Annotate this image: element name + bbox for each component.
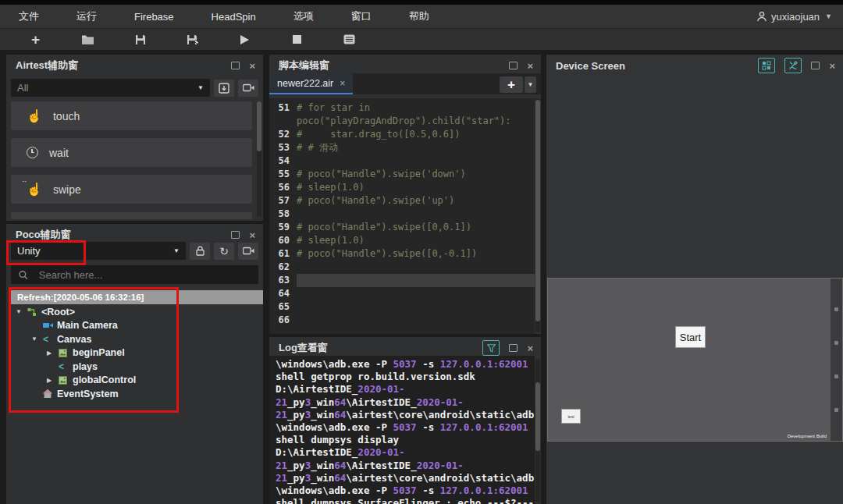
save-script-button[interactable] xyxy=(114,30,166,49)
close-panel-icon[interactable]: × xyxy=(829,61,835,71)
run-script-button[interactable] xyxy=(219,30,271,49)
game-small-button[interactable]: test xyxy=(561,409,581,424)
user-account[interactable]: yuxiaojuan ▼ xyxy=(756,11,843,23)
touch-action-button[interactable]: ☝touch xyxy=(11,101,252,130)
emulator-sidebar-icon[interactable] xyxy=(834,408,838,412)
list-icon xyxy=(343,34,355,44)
code-line-54[interactable]: 54 xyxy=(269,154,535,168)
action-button-partial[interactable] xyxy=(11,212,252,219)
float-panel-icon[interactable] xyxy=(509,62,518,69)
code-line-66[interactable]: 66 xyxy=(269,314,535,327)
tree-item-beginpanel[interactable]: ▶beginPanel xyxy=(11,346,258,360)
emulator-sidebar-icon[interactable] xyxy=(834,341,838,345)
float-panel-icon[interactable] xyxy=(231,231,240,239)
wait-action-button[interactable]: wait xyxy=(11,138,252,167)
game-start-button[interactable]: Start xyxy=(675,326,706,348)
float-panel-icon[interactable] xyxy=(231,62,240,69)
swipe-action-button[interactable]: ☝↔swipe xyxy=(11,175,252,204)
expander-right-icon[interactable]: ▶ xyxy=(47,350,59,357)
menu-item-headspin[interactable]: HeadSpin xyxy=(193,11,275,23)
poco-lock-button[interactable] xyxy=(190,243,210,260)
menu-item-item[interactable]: 运行 xyxy=(58,9,116,23)
search-input[interactable] xyxy=(37,268,251,282)
code-line-59[interactable]: 59# poco("Handle").swipe([0,0.1]) xyxy=(269,221,535,234)
airtest-action-list: ☝touchwait☝↔swipe xyxy=(6,101,263,211)
airtest-filter-dropdown[interactable]: All ▼ xyxy=(11,79,210,97)
tree-item-eventsystem[interactable]: EventSystem xyxy=(11,387,258,401)
poco-search-box[interactable] xyxy=(11,265,258,284)
float-panel-icon[interactable] xyxy=(509,344,518,352)
float-panel-icon[interactable] xyxy=(811,62,820,69)
open-script-button[interactable] xyxy=(62,30,114,49)
expander-right-icon[interactable]: ▶ xyxy=(47,377,59,384)
emulator-sidebar-icon[interactable] xyxy=(834,307,838,311)
close-tab-icon[interactable]: × xyxy=(340,78,345,89)
code-editor[interactable]: 51# for star in poco("playDragAndDrop").… xyxy=(269,98,535,334)
device-screen-view[interactable]: Start test Development Build xyxy=(547,278,843,442)
emulator-sidebar-icon[interactable] xyxy=(834,374,838,378)
device-layout-button[interactable] xyxy=(758,58,775,73)
new-tab-button[interactable]: + xyxy=(500,76,523,93)
menu-item-item[interactable]: 文件 xyxy=(0,9,58,23)
close-panel-icon[interactable]: × xyxy=(527,343,533,353)
code-text: # poco("Handle").swipe('down') xyxy=(297,168,535,181)
code-line-56[interactable]: 56# sleep(1.0) xyxy=(269,181,535,194)
tree-item-label: <Root> xyxy=(41,307,75,318)
tab-newer222[interactable]: newer222.air × xyxy=(269,73,353,94)
poco-record-button[interactable] xyxy=(238,243,258,260)
device-body: Start test Development Build xyxy=(546,73,843,504)
tree-item-plays[interactable]: <plays xyxy=(11,360,258,374)
expander-down-icon[interactable]: ▼ xyxy=(31,335,43,343)
code-line-63[interactable]: 63 xyxy=(269,274,535,287)
editor-scrollbar[interactable] xyxy=(535,98,540,332)
code-line-65[interactable]: 65 xyxy=(269,300,535,314)
code-line-58[interactable]: 58 xyxy=(269,208,535,221)
code-line-57[interactable]: 57# poco("Handle").swipe('up') xyxy=(269,194,535,208)
tree-refresh-header[interactable]: Refresh:[2020-05-06 16:32:16] xyxy=(11,290,263,304)
line-number: 58 xyxy=(269,208,297,221)
insert-screenshot-button[interactable] xyxy=(214,80,234,97)
log-filter-button[interactable] xyxy=(482,340,500,356)
code-line-64[interactable]: 64 xyxy=(269,287,535,300)
tab-list-dropdown[interactable]: ▼ xyxy=(525,76,536,93)
log-output[interactable]: \windows\adb.exe -P 5037 -s 127.0.0.1:62… xyxy=(269,356,535,504)
code-line-52[interactable]: 52# star.drag_to([0.5,0.6]) xyxy=(269,128,535,141)
tree-item-root[interactable]: ▼<Root> xyxy=(11,305,258,319)
code-line-61[interactable]: 61# poco("Handle").swipe([0,-0.1]) xyxy=(269,247,535,261)
device-tools-button[interactable] xyxy=(784,58,802,73)
stop-script-button[interactable] xyxy=(271,30,323,49)
poco-mode-dropdown[interactable]: Unity ▼ xyxy=(11,242,186,260)
menu-item-firebase[interactable]: Firebase xyxy=(116,11,193,23)
line-number: 66 xyxy=(269,314,297,327)
expander-down-icon[interactable]: ▼ xyxy=(16,308,27,315)
code-line-60[interactable]: 60# sleep(1.0) xyxy=(269,234,535,247)
log-scrollbar[interactable] xyxy=(535,359,540,502)
code-line-55[interactable]: 55# poco("Handle").swipe('down') xyxy=(269,168,535,181)
tab-label: newer222.air xyxy=(277,78,333,89)
script-panel-titlebar: 脚本编辑窗 × xyxy=(269,55,541,75)
save-as-script-button[interactable] xyxy=(166,30,219,49)
close-panel-icon[interactable]: × xyxy=(527,61,533,71)
menu-item-item[interactable]: 窗口 xyxy=(333,9,390,23)
new-script-button[interactable]: + xyxy=(9,30,62,49)
tree-item-main-camera[interactable]: Main Camera xyxy=(11,319,258,333)
angle-icon: < xyxy=(43,334,57,345)
airtest-scrollbar[interactable] xyxy=(257,101,261,217)
log-line: D:\AirtestIDE_2020-01- xyxy=(276,383,535,396)
menu-item-item[interactable]: 帮助 xyxy=(390,9,448,23)
menu-item-item[interactable]: 选项 xyxy=(275,9,333,23)
log-view-button[interactable] xyxy=(323,30,375,49)
poco-refresh-button[interactable]: ↻ xyxy=(214,243,234,260)
code-line-62[interactable]: 62 xyxy=(269,261,535,274)
close-panel-icon[interactable]: × xyxy=(249,61,255,71)
screenshot-insert-icon xyxy=(219,83,229,94)
tree-item-canvas[interactable]: ▼<Canvas xyxy=(11,332,258,346)
code-line-51[interactable]: 51# for star in poco("playDragAndDrop").… xyxy=(269,101,535,128)
record-button[interactable] xyxy=(238,80,258,97)
code-line-53[interactable]: 53# # 滑动 xyxy=(269,141,535,154)
line-number: 62 xyxy=(269,261,297,274)
tree-item-globalcontrol[interactable]: ▶globalControl xyxy=(11,374,258,388)
emulator-sidebar[interactable] xyxy=(831,279,842,441)
plus-icon: + xyxy=(31,32,40,47)
close-panel-icon[interactable]: × xyxy=(249,230,255,240)
